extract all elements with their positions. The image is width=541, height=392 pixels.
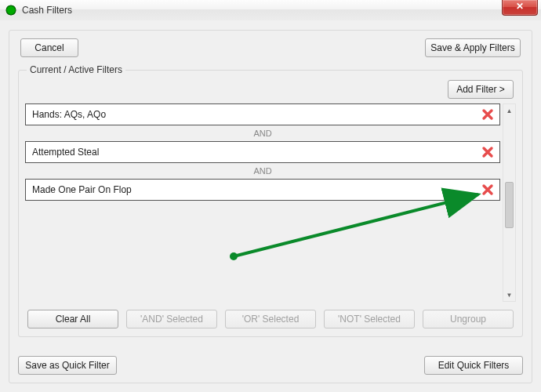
client-area: Cancel Save & Apply Filters Current / Ac… [0, 20, 541, 392]
save-apply-button-label: Save & Apply Filters [430, 42, 514, 53]
active-filters-fieldset: Current / Active Filters Add Filter > Ha… [18, 70, 523, 337]
filter-row-label: Attempted Steal [32, 147, 99, 158]
edit-quick-filters-button[interactable]: Edit Quick Filters [424, 356, 523, 375]
window-title: Cash Filters [22, 5, 72, 16]
remove-filter-button[interactable] [481, 145, 495, 159]
window-close-button[interactable]: ✕ [502, 0, 538, 16]
and-selected-button: 'AND' Selected [126, 310, 217, 328]
close-x-icon [481, 107, 495, 122]
scroll-up-icon[interactable]: ▲ [503, 104, 515, 117]
filter-row[interactable]: Hands: AQs, AQo [25, 103, 500, 125]
save-as-quick-filter-label: Save as Quick Filter [25, 360, 109, 371]
ungroup-label: Ungroup [450, 314, 486, 325]
clear-all-button[interactable]: Clear All [27, 310, 118, 328]
title-bar: Cash Filters ✕ [0, 0, 541, 21]
panel: Cancel Save & Apply Filters Current / Ac… [9, 30, 532, 383]
svg-point-1 [230, 252, 238, 260]
add-filter-button-label: Add Filter > [456, 84, 505, 95]
logic-button-row: Clear All 'AND' Selected 'OR' Selected '… [27, 310, 514, 328]
scroll-track[interactable] [503, 117, 515, 289]
filter-row[interactable]: Attempted Steal [25, 141, 500, 163]
add-filter-button[interactable]: Add Filter > [448, 80, 514, 99]
cancel-button-label: Cancel [34, 42, 64, 53]
bottom-button-row: Save as Quick Filter Edit Quick Filters [18, 356, 523, 375]
cancel-button[interactable]: Cancel [20, 38, 78, 57]
or-selected-label: 'OR' Selected [242, 314, 300, 325]
remove-filter-button[interactable] [481, 183, 495, 197]
svg-line-2 [234, 194, 478, 256]
remove-filter-button[interactable] [481, 107, 495, 122]
and-separator: AND [25, 125, 500, 141]
clear-all-label: Clear All [56, 314, 91, 325]
save-as-quick-filter-button[interactable]: Save as Quick Filter [18, 356, 117, 375]
filter-row[interactable]: Made One Pair On Flop [25, 179, 500, 201]
close-x-icon [481, 145, 495, 159]
filter-area: Hands: AQs, AQo AND Attempted Steal [25, 103, 516, 302]
scroll-thumb[interactable] [505, 182, 514, 228]
scroll-down-icon[interactable]: ▼ [503, 289, 515, 301]
not-selected-button: 'NOT' Selected [324, 310, 415, 328]
save-apply-button[interactable]: Save & Apply Filters [425, 38, 521, 57]
filter-row-label: Hands: AQs, AQo [32, 109, 106, 120]
fieldset-legend: Current / Active Filters [27, 64, 125, 75]
not-selected-label: 'NOT' Selected [338, 314, 401, 325]
and-selected-label: 'AND' Selected [140, 314, 203, 325]
app-icon [5, 4, 17, 16]
close-x-icon [481, 183, 495, 197]
filter-row-label: Made One Pair On Flop [32, 184, 132, 195]
edit-quick-filters-label: Edit Quick Filters [438, 360, 510, 371]
and-separator: AND [25, 163, 500, 179]
or-selected-button: 'OR' Selected [225, 310, 316, 328]
scrollbar[interactable]: ▲ ▼ [503, 103, 516, 302]
close-icon: ✕ [516, 1, 524, 12]
ungroup-button: Ungroup [423, 310, 514, 328]
filter-list: Hands: AQs, AQo AND Attempted Steal [25, 103, 500, 302]
